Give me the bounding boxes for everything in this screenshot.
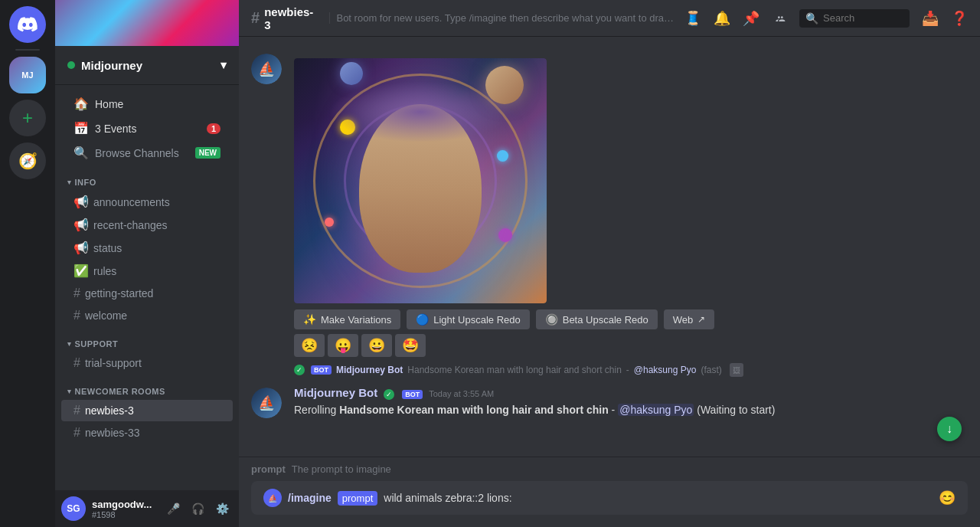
- top-bar: # newbies-3 Bot room for new users. Type…: [239, 0, 980, 37]
- channel-announcements-label: announcements: [93, 196, 170, 208]
- browse-new-badge: NEW: [195, 147, 220, 159]
- msg-header-reroll: Midjourney Bot ✓ BOT Today at 3:55 AM: [294, 386, 968, 400]
- server-online-dot: [67, 61, 75, 69]
- orb-4: [498, 228, 512, 242]
- verify-check-icon: ✓: [294, 365, 305, 375]
- channel-hash-icon: #: [251, 9, 260, 27]
- speaker-icon: 📢: [74, 195, 89, 209]
- inbox-icon[interactable]: 📥: [922, 10, 939, 27]
- message-group-bot-image: ⛵: [239, 49, 980, 360]
- reaction-grimace[interactable]: 😣: [294, 334, 325, 357]
- ref-mention: @haksung Pyo: [634, 365, 697, 375]
- channel-getting-started[interactable]: # getting-started: [61, 283, 233, 304]
- beta-upscale-redo-button[interactable]: 🔘 Beta Upscale Redo: [536, 309, 658, 329]
- prompt-bar: prompt The prompt to imagine: [239, 457, 980, 481]
- emoji-button[interactable]: 😊: [939, 489, 956, 506]
- add-server-button[interactable]: +: [9, 100, 46, 136]
- midjourney-bot-avatar-2: ⛵: [251, 388, 282, 418]
- channel-rules[interactable]: ✅ rules: [61, 260, 233, 282]
- channel-trial-support[interactable]: # trial-support: [61, 352, 233, 374]
- system-msg-content-ref: ✓ BOT Midjourney Bot Handsome Korean man…: [294, 363, 968, 380]
- channel-rules-label: rules: [93, 265, 116, 277]
- channel-recent-changes-label: recent-changes: [93, 219, 168, 231]
- messages-area[interactable]: ⛵: [239, 37, 980, 457]
- search-icon: 🔍: [805, 12, 818, 25]
- newbies3-hash-icon: #: [74, 404, 80, 417]
- discover-servers-button[interactable]: 🧭: [9, 142, 46, 179]
- server-icon-midjourney[interactable]: MJ: [9, 57, 46, 93]
- nav-browse-channels[interactable]: 🔍 Browse Channels NEW: [61, 141, 233, 165]
- channel-newbies-33-label: newbies-33: [85, 427, 140, 439]
- notification-icon[interactable]: 🔔: [714, 10, 730, 27]
- top-bar-right: 🧵 🔔 📌 🔍 📥 ❓: [684, 9, 968, 28]
- ref-author: Midjourney Bot: [336, 365, 403, 375]
- user-avatar: SG: [61, 496, 86, 521]
- channel-announcements[interactable]: 📢 announcements: [61, 191, 233, 213]
- image-ref-icon[interactable]: 🖼: [730, 363, 743, 377]
- microphone-button[interactable]: 🎤: [162, 498, 184, 519]
- server-list: MJ + 🧭: [0, 0, 55, 527]
- reaction-grinning[interactable]: 😀: [361, 334, 392, 357]
- thread-icon[interactable]: 🧵: [684, 10, 701, 27]
- channel-topic: Bot room for new users. Type /imagine th…: [329, 12, 678, 24]
- server-header[interactable]: Midjourney ▾: [55, 46, 239, 85]
- headphones-button[interactable]: 🎧: [187, 498, 208, 519]
- channel-sidebar: Midjourney ▾ 🏠 Home 📅 3 Events 1 🔍 Brows…: [55, 0, 239, 527]
- search-bar[interactable]: 🔍: [799, 9, 910, 28]
- channel-status[interactable]: 📢 status: [61, 237, 233, 259]
- help-icon[interactable]: ❓: [951, 10, 968, 27]
- channel-welcome[interactable]: # welcome: [61, 305, 233, 326]
- category-info-label: INFO: [75, 178, 96, 187]
- msg-author-bot: Midjourney Bot: [294, 386, 377, 399]
- scroll-to-bottom-button[interactable]: ↓: [937, 417, 962, 441]
- channel-status-label: status: [93, 242, 122, 254]
- nav-home[interactable]: 🏠 Home: [61, 92, 233, 116]
- browse-icon: 🔍: [74, 146, 89, 160]
- input-prompt-label: prompt: [338, 491, 377, 506]
- ref-speed: (fast): [701, 365, 721, 375]
- category-support-label: SUPPORT: [75, 339, 119, 349]
- channel-name-header: # newbies-3: [251, 5, 317, 31]
- newbies33-hash-icon: #: [74, 426, 80, 440]
- pin-icon[interactable]: 📌: [743, 10, 760, 27]
- message-input-field[interactable]: [384, 484, 933, 512]
- channel-recent-changes[interactable]: 📢 recent-changes: [61, 214, 233, 236]
- msg-timestamp-reroll: Today at 3:55 AM: [429, 389, 494, 398]
- prompt-desc: The prompt to imagine: [292, 463, 391, 475]
- nav-events[interactable]: 📅 3 Events 1: [61, 116, 233, 140]
- category-newcomer-rooms[interactable]: ▾ NEWCOMER ROOMS: [55, 375, 239, 399]
- reaction-star-struck[interactable]: 🤩: [395, 334, 426, 357]
- channel-title: newbies-3: [264, 5, 317, 31]
- welcome-hash-icon: #: [74, 309, 80, 322]
- message-input-box[interactable]: ⛵ /imagine prompt 😊: [251, 481, 968, 515]
- status-hash-icon: 📢: [74, 241, 89, 255]
- category-info[interactable]: ▾ INFO: [55, 165, 239, 190]
- settings-button[interactable]: ⚙️: [211, 498, 233, 519]
- orb-2: [497, 150, 508, 162]
- chat-image: [294, 58, 547, 303]
- server-divider: [15, 49, 40, 51]
- nav-home-label: Home: [95, 98, 123, 110]
- light-upscale-icon: 🔵: [416, 313, 429, 326]
- reaction-stuck-out-tongue[interactable]: 😛: [328, 334, 358, 357]
- message-group-reroll: ⛵ Midjourney Bot ✓ BOT Today at 3:55 AM …: [239, 383, 980, 421]
- nav-browse-label: Browse Channels: [95, 147, 179, 159]
- message-input-area: ⛵ /imagine prompt 😊: [239, 481, 980, 527]
- midjourney-bot-avatar: ⛵: [251, 54, 282, 84]
- make-variations-button[interactable]: ✨ Make Variations: [294, 309, 400, 329]
- web-button[interactable]: Web ↗: [664, 309, 715, 329]
- user-info: samgoodw... #1598: [92, 499, 156, 519]
- trial-support-hash-icon: #: [74, 356, 80, 370]
- light-upscale-redo-button[interactable]: 🔵 Light Upscale Redo: [407, 309, 529, 329]
- discord-home-icon[interactable]: [9, 6, 46, 43]
- members-icon[interactable]: [772, 12, 787, 25]
- category-support[interactable]: ▾ SUPPORT: [55, 327, 239, 352]
- channel-newbies-3[interactable]: # newbies-3 👤+: [61, 400, 233, 421]
- msg-content-reroll: Midjourney Bot ✓ BOT Today at 3:55 AM Re…: [294, 386, 968, 418]
- search-input[interactable]: [823, 12, 903, 24]
- channel-newbies-33[interactable]: # newbies-33: [61, 422, 233, 444]
- channel-welcome-label: welcome: [85, 309, 127, 322]
- user-name: samgoodw...: [92, 499, 156, 510]
- beta-upscale-label: Beta Upscale Redo: [563, 314, 648, 326]
- action-buttons: ✨ Make Variations 🔵 Light Upscale Redo 🔘…: [294, 309, 968, 329]
